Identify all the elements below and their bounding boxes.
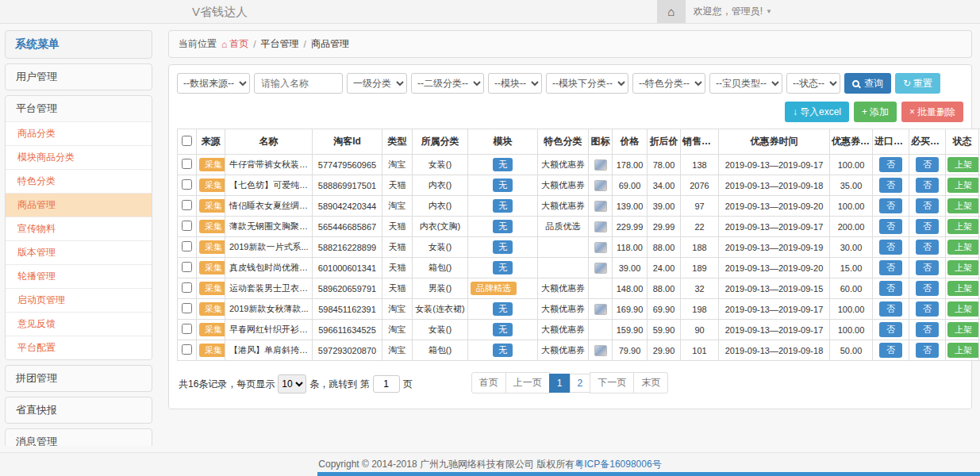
sidebar-item-用户管理[interactable]: 用户管理 [6, 64, 152, 90]
import-select-toggle[interactable]: 否 [879, 301, 902, 317]
must-buy-toggle[interactable]: 否 [916, 240, 939, 255]
must-buy-toggle[interactable]: 否 [916, 219, 939, 234]
status-button[interactable]: 上架 [947, 157, 979, 172]
sidebar-subitem-宣传物料[interactable]: 宣传物料 [6, 217, 152, 240]
data-source-select[interactable]: --数据来源-- [177, 73, 250, 94]
status-button[interactable]: 上架 [947, 281, 979, 296]
level2-category-select[interactable]: --二级分类-- [411, 73, 484, 94]
user-menu[interactable]: 欢迎您，管理员! ▼ [686, 0, 780, 23]
home-nav-button[interactable]: ⌂ [657, 0, 686, 23]
breadcrumb-item-product[interactable]: 商品管理 [311, 37, 349, 51]
row-checkbox[interactable] [182, 241, 192, 251]
row-checkbox[interactable] [182, 344, 192, 355]
last-page-button[interactable]: 末页 [633, 372, 668, 393]
item-type-select[interactable]: --宝贝类型-- [709, 73, 782, 94]
sidebar-subitem-特色分类[interactable]: 特色分类 [6, 169, 152, 193]
row-checkbox[interactable] [182, 282, 192, 293]
sales-count: 90 [681, 320, 719, 340]
prev-page-button[interactable]: 上一页 [505, 372, 550, 393]
column-header-模块: 模块 [468, 129, 538, 155]
import-select-toggle[interactable]: 否 [879, 322, 902, 337]
page-1-button[interactable]: 1 [549, 374, 571, 393]
must-buy-toggle[interactable]: 否 [916, 260, 939, 275]
coupon-amount: 200.00 [830, 217, 873, 237]
must-buy-toggle[interactable]: 否 [916, 281, 939, 296]
row-checkbox[interactable] [182, 262, 192, 272]
import-excel-button[interactable]: ↓ 导入excel [785, 102, 849, 122]
level1-category-select[interactable]: 一级分类 [347, 73, 407, 94]
row-checkbox[interactable] [182, 303, 192, 313]
import-select-toggle[interactable]: 否 [879, 343, 902, 358]
sidebar-subitem-商品分类[interactable]: 商品分类 [6, 121, 152, 145]
import-select-toggle[interactable]: 否 [879, 178, 902, 193]
page-size-select[interactable]: 10 [278, 374, 306, 393]
table-header-row: 来源名称淘客Id类型所属分类模块特色分类图标价格折后价销售数量优惠券时间优惠券金… [178, 129, 980, 155]
must-buy-toggle[interactable]: 否 [916, 178, 939, 193]
select-all-checkbox[interactable] [182, 136, 192, 146]
status-button[interactable]: 上架 [947, 219, 979, 234]
price: 118.00 [613, 237, 648, 258]
sidebar-subitem-轮播管理[interactable]: 轮播管理 [6, 264, 152, 288]
sidebar-subitem-启动页管理[interactable]: 启动页管理 [6, 288, 152, 312]
must-buy-toggle[interactable]: 否 [916, 343, 939, 358]
module-select[interactable]: --模块-- [488, 73, 542, 94]
discount-price: 39.00 [648, 196, 681, 217]
module-badge: 无 [493, 240, 513, 254]
sidebar-item-消息管理[interactable]: 消息管理 [6, 429, 152, 446]
row-checkbox[interactable] [182, 324, 192, 334]
status-button[interactable]: 上架 [947, 301, 979, 317]
import-select-toggle[interactable]: 否 [879, 157, 902, 172]
page-jump-input[interactable] [373, 375, 400, 393]
module-sub-category-select[interactable]: --模块下分类-- [546, 73, 628, 94]
sidebar-item-拼团管理[interactable]: 拼团管理 [6, 366, 152, 391]
search-button[interactable]: 查询 [844, 73, 891, 94]
status-button[interactable]: 上架 [947, 322, 979, 337]
page-2-button[interactable]: 2 [570, 374, 591, 393]
row-checkbox[interactable] [182, 221, 192, 231]
reset-button[interactable]: ↻ 重置 [895, 73, 940, 94]
status-cell: 上架 [946, 155, 979, 175]
source-cell: 采集 [197, 258, 225, 278]
sidebar-item-平台管理[interactable]: 平台管理 [6, 96, 152, 121]
icp-link[interactable]: 粤ICP备16098006号 [575, 459, 661, 470]
must-buy-toggle[interactable]: 否 [916, 157, 939, 172]
sidebar-item-省直快报[interactable]: 省直快报 [6, 397, 152, 423]
add-button[interactable]: + 添加 [854, 102, 897, 122]
batch-delete-button[interactable]: × 批量删除 [901, 102, 963, 122]
name-input[interactable] [254, 73, 343, 94]
breadcrumb-home-link[interactable]: ⌂ 首页 [221, 37, 248, 51]
must-buy-toggle[interactable]: 否 [916, 198, 939, 213]
row-checkbox[interactable] [182, 200, 192, 210]
next-page-button[interactable]: 下一页 [590, 372, 634, 393]
discount-price: 59.90 [648, 320, 681, 340]
sidebar-subitem-平台配置[interactable]: 平台配置 [6, 336, 152, 359]
must-buy-toggle[interactable]: 否 [916, 301, 939, 317]
source-badge: 采集 [199, 240, 225, 254]
status-button[interactable]: 上架 [947, 343, 979, 358]
import-select-toggle[interactable]: 否 [879, 198, 902, 213]
status-button[interactable]: 上架 [947, 260, 979, 275]
import-select-toggle[interactable]: 否 [879, 281, 902, 296]
coupon-amount: 100.00 [830, 196, 873, 217]
status-button[interactable]: 上架 [947, 178, 979, 193]
must-buy-toggle[interactable]: 否 [916, 322, 939, 337]
sidebar-subitem-模块商品分类[interactable]: 模块商品分类 [6, 145, 152, 169]
status-button[interactable]: 上架 [947, 240, 979, 255]
source-cell: 采集 [197, 217, 225, 237]
table-row: 采集薄款无钢圈文胸聚拢性...565446685867天猫内衣(文胸)无品质优选… [178, 217, 980, 237]
import-select-toggle[interactable]: 否 [879, 240, 902, 255]
feature-category-select[interactable]: --特色分类-- [632, 73, 705, 94]
breadcrumb-item-platform[interactable]: 平台管理 [261, 37, 299, 51]
table-row: 采集真皮钱包时尚优雅女士...601000601341天猫箱包()无39.002… [178, 258, 980, 278]
import-select-toggle[interactable]: 否 [879, 260, 902, 275]
status-button[interactable]: 上架 [947, 198, 979, 213]
row-checkbox[interactable] [182, 179, 192, 190]
first-page-button[interactable]: 首页 [471, 372, 506, 393]
status-select[interactable]: --状态-- [786, 73, 840, 94]
row-checkbox[interactable] [182, 159, 192, 169]
import-select-toggle[interactable]: 否 [879, 219, 902, 234]
home-icon: ⌂ [221, 39, 227, 50]
sidebar-subitem-商品管理[interactable]: 商品管理 [6, 193, 152, 217]
sidebar-subitem-意见反馈[interactable]: 意见反馈 [6, 312, 152, 336]
sidebar-subitem-版本管理[interactable]: 版本管理 [6, 240, 152, 264]
